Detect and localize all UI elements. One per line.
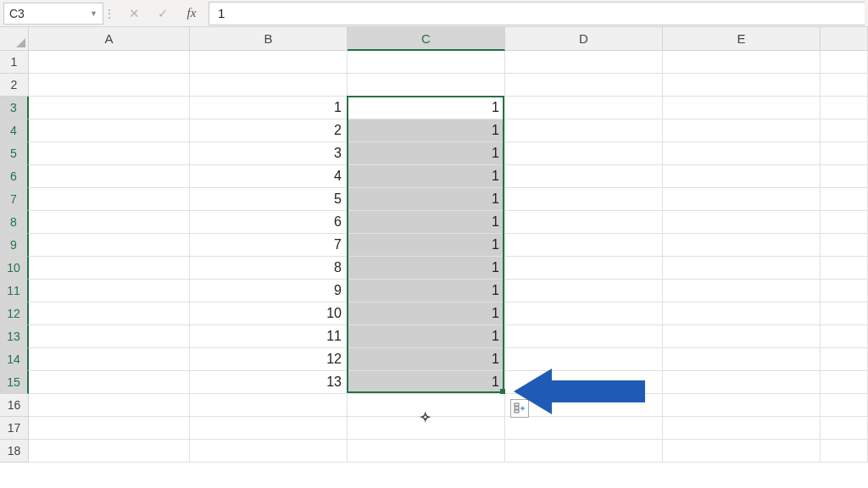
cell[interactable]: [821, 302, 868, 325]
cell[interactable]: [505, 97, 663, 119]
cell[interactable]: 1: [348, 97, 505, 119]
cell[interactable]: [821, 371, 868, 394]
fx-icon[interactable]: fx: [183, 5, 200, 22]
row-header[interactable]: 12: [0, 302, 29, 325]
select-all-corner[interactable]: [0, 27, 29, 51]
cell[interactable]: [505, 165, 663, 188]
cell[interactable]: [663, 142, 821, 165]
col-header-D[interactable]: D: [505, 27, 663, 51]
cell[interactable]: [821, 74, 868, 97]
cell[interactable]: 1: [348, 165, 505, 188]
row-header[interactable]: 5: [0, 142, 29, 165]
cell[interactable]: [663, 325, 821, 348]
cell[interactable]: 1: [348, 325, 505, 348]
cell[interactable]: 5: [190, 188, 348, 211]
cell[interactable]: 1: [348, 257, 505, 280]
cell[interactable]: [663, 188, 821, 211]
row-header[interactable]: 3: [0, 97, 29, 119]
cell[interactable]: [29, 211, 190, 234]
cell[interactable]: [190, 440, 348, 463]
row-header[interactable]: 9: [0, 234, 29, 257]
col-header-B[interactable]: B: [190, 27, 348, 51]
cell[interactable]: 1: [348, 280, 505, 302]
cell[interactable]: 2: [190, 119, 348, 142]
cell[interactable]: [821, 417, 868, 440]
cancel-icon[interactable]: ✕: [125, 5, 142, 22]
col-header-E[interactable]: E: [663, 27, 821, 51]
cell[interactable]: 1: [348, 142, 505, 165]
cell[interactable]: [29, 188, 190, 211]
formula-input[interactable]: 1: [209, 2, 865, 25]
cell[interactable]: 1: [348, 302, 505, 325]
cell[interactable]: [190, 394, 348, 417]
cell[interactable]: 1: [348, 348, 505, 371]
cell[interactable]: [505, 142, 663, 165]
cell[interactable]: [190, 417, 348, 440]
cell[interactable]: [663, 371, 821, 394]
cell[interactable]: [29, 440, 190, 463]
row-header[interactable]: 18: [0, 440, 29, 463]
cell[interactable]: [663, 234, 821, 257]
cell[interactable]: 1: [348, 371, 505, 394]
cell[interactable]: [821, 165, 868, 188]
cell[interactable]: [821, 119, 868, 142]
cell[interactable]: [663, 211, 821, 234]
confirm-icon[interactable]: ✓: [154, 5, 171, 22]
cell[interactable]: [663, 394, 821, 417]
cell[interactable]: 8: [190, 257, 348, 280]
row-header[interactable]: 10: [0, 257, 29, 280]
cell[interactable]: [821, 142, 868, 165]
row-header[interactable]: 2: [0, 74, 29, 97]
cell[interactable]: [29, 325, 190, 348]
cell[interactable]: 6: [190, 211, 348, 234]
cell[interactable]: [29, 119, 190, 142]
name-box-dropdown-icon[interactable]: ▼: [90, 9, 97, 18]
cell[interactable]: 11: [190, 325, 348, 348]
cell[interactable]: 4: [190, 165, 348, 188]
cell[interactable]: [663, 165, 821, 188]
cell[interactable]: 13: [190, 371, 348, 394]
cell[interactable]: [663, 119, 821, 142]
cell[interactable]: [663, 302, 821, 325]
cell[interactable]: [821, 440, 868, 463]
cell[interactable]: [821, 325, 868, 348]
row-header[interactable]: 4: [0, 119, 29, 142]
cell[interactable]: [663, 417, 821, 440]
row-header[interactable]: 1: [0, 51, 29, 74]
cell[interactable]: [29, 97, 190, 119]
cell[interactable]: [663, 440, 821, 463]
row-header[interactable]: 14: [0, 348, 29, 371]
name-box[interactable]: C3 ▼: [3, 3, 103, 25]
cell[interactable]: [348, 440, 505, 463]
cell[interactable]: [29, 234, 190, 257]
cell[interactable]: [821, 97, 868, 119]
cell[interactable]: 1: [348, 188, 505, 211]
cell[interactable]: 1: [348, 211, 505, 234]
cell[interactable]: [505, 280, 663, 302]
cell[interactable]: [505, 440, 663, 463]
row-header[interactable]: 13: [0, 325, 29, 348]
col-header-extra[interactable]: [821, 27, 868, 51]
cell[interactable]: [190, 74, 348, 97]
cell[interactable]: [29, 74, 190, 97]
row-header[interactable]: 17: [0, 417, 29, 440]
cell[interactable]: [505, 119, 663, 142]
cell[interactable]: [348, 74, 505, 97]
row-header[interactable]: 15: [0, 371, 29, 394]
cell[interactable]: [663, 97, 821, 119]
cell[interactable]: [29, 394, 190, 417]
cell[interactable]: [29, 280, 190, 302]
cell[interactable]: [663, 74, 821, 97]
cell[interactable]: [29, 165, 190, 188]
cell[interactable]: [821, 234, 868, 257]
cell[interactable]: [821, 257, 868, 280]
cell[interactable]: [505, 51, 663, 74]
cell[interactable]: [29, 302, 190, 325]
cell[interactable]: [821, 211, 868, 234]
cell[interactable]: [821, 51, 868, 74]
cell[interactable]: [821, 348, 868, 371]
cell[interactable]: [505, 211, 663, 234]
cell[interactable]: [190, 51, 348, 74]
cell[interactable]: [505, 325, 663, 348]
cell[interactable]: [505, 302, 663, 325]
